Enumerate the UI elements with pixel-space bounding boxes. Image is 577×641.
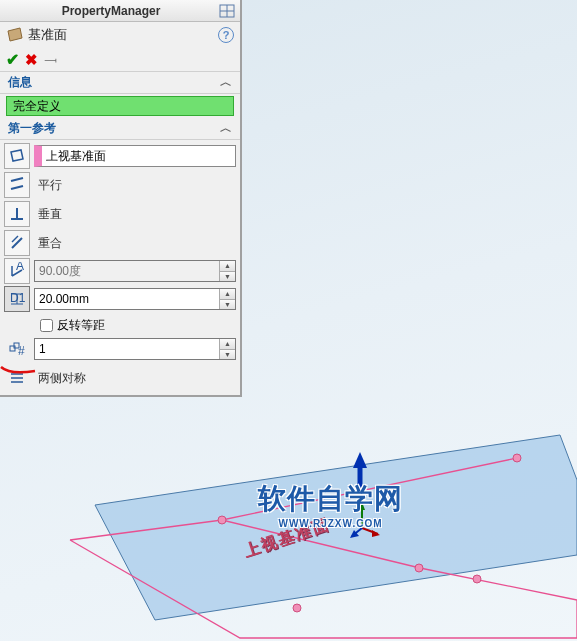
plane-feature-icon [6,26,24,44]
distance-input[interactable]: ▲ ▼ [34,288,236,310]
svg-marker-11 [372,530,380,537]
spinner-up[interactable]: ▲ [220,339,235,350]
parallel-label: 平行 [34,177,236,194]
angle-row: A ▲ ▼ [4,258,236,284]
watermark-main: 软件自学网 [258,480,403,518]
watermark: 软件自学网 WWW.RJZXW.COM [258,480,403,529]
section-first-ref-label: 第一参考 [8,120,56,137]
perpendicular-label: 垂直 [34,206,236,223]
svg-line-19 [11,178,23,181]
instances-spinner-buttons[interactable]: ▲ ▼ [219,339,235,359]
status-text: 完全定义 [13,98,61,115]
instances-value[interactable] [35,342,219,356]
spinner-up[interactable]: ▲ [220,289,235,300]
svg-text:A: A [16,262,24,273]
svg-line-20 [11,186,23,189]
ok-button[interactable]: ✔ [6,50,19,69]
spinner-down[interactable]: ▼ [220,300,235,310]
flip-offset-label: 反转等距 [57,317,105,334]
instances-input[interactable]: ▲ ▼ [34,338,236,360]
angle-input: ▲ ▼ [34,260,236,282]
section-info-label: 信息 [8,74,32,91]
distance-value[interactable] [35,292,219,306]
selection-value: 上视基准面 [46,148,106,165]
svg-marker-18 [11,150,23,161]
cancel-button[interactable]: ✖ [25,51,38,69]
help-icon[interactable]: ? [218,27,234,43]
coincident-icon[interactable] [4,230,30,256]
svg-line-24 [12,236,18,242]
section-first-ref-header[interactable]: 第一参考 ︿ [0,118,240,140]
action-row: ✔ ✖ ⟞ [0,48,240,72]
feature-title: 基准面 [28,26,214,44]
spinner-down: ▼ [220,272,235,282]
angle-icon[interactable]: A [4,258,30,284]
angle-spinner-buttons: ▲ ▼ [219,261,235,281]
pin-button[interactable]: ⟞ [44,51,57,68]
angle-value [35,264,219,278]
selection-input[interactable]: 上视基准面 [34,145,236,167]
selection-row: 上视基准面 [4,142,236,170]
distance-row: D1 ▲ ▼ [4,286,236,312]
property-manager-panel: PropertyManager 基准面 ? ✔ ✖ ⟞ 信息 ︿ 完全定义 第一… [0,0,242,397]
annotation-red-underline [0,365,36,377]
svg-marker-17 [8,28,22,41]
spinner-up: ▲ [220,261,235,272]
perpendicular-row: 垂直 [4,200,236,228]
spinner-down[interactable]: ▼ [220,350,235,360]
mid-plane-label: 两侧对称 [34,370,236,387]
mid-plane-row: 两侧对称 [4,364,236,392]
distance-icon[interactable]: D1 [4,286,30,312]
first-ref-body: 上视基准面 平行 垂直 重合 A [0,140,240,395]
feature-header: 基准面 ? [0,22,240,48]
distance-spinner-buttons[interactable]: ▲ ▼ [219,289,235,309]
parallel-row: 平行 [4,171,236,199]
parallel-icon[interactable] [4,172,30,198]
section-info-header[interactable]: 信息 ︿ [0,72,240,94]
selection-icon[interactable] [4,143,30,169]
split-icon[interactable] [218,2,236,20]
watermark-sub: WWW.RJZXW.COM [258,518,403,529]
instances-row: # ▲ ▼ [4,336,236,362]
svg-text:D1: D1 [10,291,26,305]
coincident-label: 重合 [34,235,236,252]
pm-header: PropertyManager [0,0,240,22]
flip-offset-row: 反转等距 [4,314,236,336]
pm-title: PropertyManager [4,4,218,18]
svg-text:#: # [18,344,25,358]
coincident-row: 重合 [4,229,236,257]
instances-icon: # [4,336,30,362]
collapse-icon[interactable]: ︿ [220,120,232,137]
collapse-icon[interactable]: ︿ [220,74,232,91]
flip-offset-checkbox[interactable] [40,319,53,332]
status-fully-defined: 完全定义 [6,96,234,116]
perpendicular-icon[interactable] [4,201,30,227]
